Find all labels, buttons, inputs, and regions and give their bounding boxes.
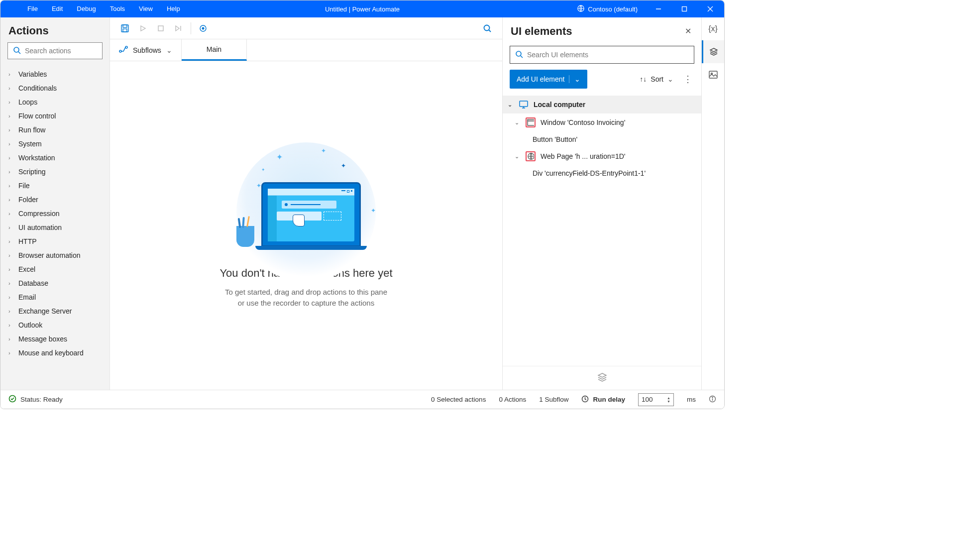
chevron-right-icon: › — [8, 211, 13, 217]
action-category[interactable]: ›System — [0, 137, 109, 151]
action-category[interactable]: ›Folder — [0, 193, 109, 207]
actions-search-input[interactable]: Search actions — [7, 42, 103, 59]
subflows-label: Subflows — [133, 46, 161, 54]
action-category[interactable]: ›Database — [0, 276, 109, 290]
run-button[interactable] — [134, 19, 152, 37]
chevron-right-icon: › — [8, 183, 13, 189]
tree-item-div[interactable]: Div 'currencyField-DS-EntryPoint1-1' — [503, 165, 701, 181]
chevron-right-icon: › — [8, 322, 13, 328]
action-category[interactable]: ›Workstation — [0, 151, 109, 165]
designer-search-button[interactable] — [478, 19, 496, 37]
close-panel-button[interactable]: ✕ — [683, 24, 693, 38]
rail-variables-button[interactable]: {x} — [702, 17, 725, 40]
tree-root-local-computer[interactable]: ⌄ Local computer — [503, 96, 701, 113]
action-category[interactable]: ›Conditionals — [0, 81, 109, 95]
tree-label: Web Page 'h ... uration=1D' — [541, 152, 625, 160]
svg-rect-9 — [123, 29, 127, 32]
tree-item-webpage[interactable]: ⌄ Web Page 'h ... uration=1D' — [503, 147, 701, 165]
action-category-label: Message boxes — [18, 335, 67, 343]
run-delay-value: 100 — [642, 396, 653, 403]
menu-tools[interactable]: Tools — [103, 0, 132, 17]
actions-category-list[interactable]: ›Variables ›Conditionals ›Loops ›Flow co… — [0, 64, 109, 390]
add-ui-element-button[interactable]: Add UI element ⌄ — [510, 70, 587, 89]
action-category[interactable]: ›Loops — [0, 95, 109, 109]
run-delay-input[interactable]: 100 ▲▼ — [638, 393, 674, 406]
action-category[interactable]: ›Excel — [0, 262, 109, 276]
tab-main[interactable]: Main — [182, 39, 247, 61]
maximize-button[interactable] — [674, 0, 694, 17]
spinner-buttons[interactable]: ▲▼ — [667, 396, 670, 403]
svg-marker-28 — [598, 373, 606, 377]
layers-icon[interactable] — [597, 372, 608, 385]
status-selected-actions: 0 Selected actions — [431, 396, 486, 403]
empty-state: ✦ ✦ ✦ ✦ ✦ ✦ You don't ha — [110, 61, 502, 390]
chevron-right-icon: › — [8, 294, 13, 300]
action-category[interactable]: ›Mouse and keyboard — [0, 346, 109, 360]
environment-label: Contoso (default) — [588, 5, 638, 13]
menu-view[interactable]: View — [132, 0, 160, 17]
action-category[interactable]: ›Outlook — [0, 318, 109, 332]
empty-state-line1: To get started, drag and drop actions to… — [225, 287, 387, 298]
chevron-right-icon: › — [8, 197, 13, 203]
svg-rect-22 — [520, 101, 528, 107]
chevron-down-icon: ⌄ — [515, 153, 521, 160]
action-category[interactable]: ›Browser automation — [0, 248, 109, 262]
action-category[interactable]: ›Message boxes — [0, 332, 109, 346]
menu-edit[interactable]: Edit — [45, 0, 70, 17]
menu-help[interactable]: Help — [160, 0, 187, 17]
action-category-label: Variables — [18, 70, 47, 78]
action-category[interactable]: ›HTTP — [0, 234, 109, 248]
ui-elements-title: UI elements — [511, 25, 572, 38]
close-button[interactable] — [700, 0, 720, 17]
recorder-button[interactable] — [194, 19, 212, 37]
more-options-button[interactable]: ⋮ — [681, 74, 694, 85]
main-menu: File Edit Debug Tools View Help — [0, 0, 187, 17]
stop-button[interactable] — [152, 19, 170, 37]
action-category[interactable]: ›UI automation — [0, 221, 109, 234]
step-button[interactable] — [170, 19, 188, 37]
window-icon — [526, 117, 536, 127]
svg-marker-10 — [141, 26, 145, 31]
action-category-label: Compression — [18, 210, 59, 218]
action-category[interactable]: ›Run flow — [0, 123, 109, 137]
minimize-button[interactable] — [649, 0, 668, 17]
action-category[interactable]: ›Flow control — [0, 109, 109, 123]
chevron-right-icon: › — [8, 141, 13, 147]
action-category[interactable]: ›File — [0, 179, 109, 193]
chevron-right-icon: › — [8, 155, 13, 161]
action-category-label: Outlook — [18, 321, 42, 329]
tree-item-window[interactable]: ⌄ Window 'Contoso Invoicing' — [503, 113, 701, 131]
info-icon[interactable] — [709, 395, 716, 404]
chevron-down-icon[interactable]: ⌄ — [569, 75, 580, 83]
svg-rect-11 — [158, 26, 163, 31]
ui-elements-search-input[interactable]: Search UI elements — [510, 46, 694, 64]
rail-images-button[interactable] — [702, 63, 725, 86]
action-category[interactable]: ›Scripting — [0, 165, 109, 179]
sort-icon: ↑↓ — [640, 75, 647, 83]
action-category[interactable]: ›Compression — [0, 207, 109, 221]
svg-rect-2 — [682, 7, 687, 11]
svg-line-6 — [18, 52, 20, 54]
chevron-down-icon: ⌄ — [166, 46, 172, 54]
svg-point-16 — [484, 25, 490, 30]
rail-ui-elements-button[interactable] — [702, 40, 725, 63]
action-category[interactable]: ›Email — [0, 290, 109, 304]
ui-elements-footer — [503, 366, 701, 390]
menu-debug[interactable]: Debug — [70, 0, 103, 17]
subflow-icon — [119, 46, 128, 54]
chevron-right-icon: › — [8, 252, 13, 258]
sort-button[interactable]: ↑↓ Sort ⌄ — [640, 75, 673, 83]
svg-point-19 — [125, 46, 127, 48]
separator — [191, 22, 191, 34]
action-category-label: UI automation — [18, 223, 62, 231]
menu-file[interactable]: File — [20, 0, 45, 17]
tree-item-button[interactable]: Button 'Button' — [503, 131, 701, 147]
subflows-dropdown[interactable]: Subflows ⌄ — [110, 39, 182, 61]
action-category-label: Run flow — [18, 126, 45, 134]
action-category-label: HTTP — [18, 237, 37, 245]
actions-panel: Actions Search actions ›Variables ›Condi… — [0, 17, 110, 390]
environment-picker[interactable]: Contoso (default) — [572, 4, 643, 14]
action-category[interactable]: ›Exchange Server — [0, 304, 109, 318]
save-button[interactable] — [116, 19, 134, 37]
action-category[interactable]: ›Variables — [0, 67, 109, 81]
